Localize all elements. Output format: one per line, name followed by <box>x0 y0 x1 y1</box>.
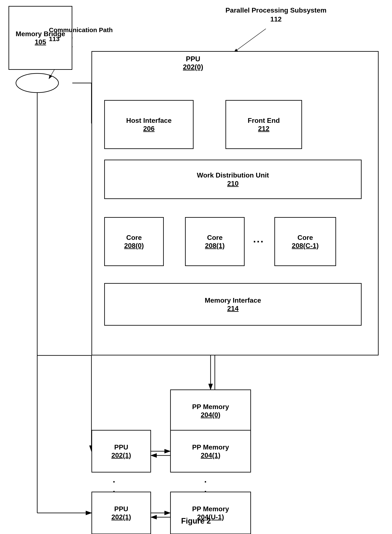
pp-mem0-title: PP Memory <box>192 403 229 411</box>
memory-bridge-id: 105 <box>35 38 46 46</box>
core1-id: 208(1) <box>205 241 225 250</box>
figure-caption: Figure 2 <box>0 516 392 525</box>
ppu0-label: PPU 202(0) <box>183 55 203 71</box>
mem-interface-id: 214 <box>227 304 238 312</box>
wdu-title: Work Distribution Unit <box>197 171 269 179</box>
ppu1-id: 202(1) <box>112 451 131 459</box>
ppu1-title: PPU <box>114 443 128 451</box>
diagram-container: Memory Bridge 105 Communication Path 113… <box>0 0 392 534</box>
coreC-id: 208(C-1) <box>292 241 319 250</box>
coreC-title: Core <box>298 233 313 241</box>
svg-line-11 <box>234 29 266 52</box>
comm-path-label: Communication Path 113 <box>49 26 113 43</box>
ppu1-box: PPU 202(1) <box>91 430 151 473</box>
front-end-title: Front End <box>247 116 280 124</box>
core0-box: Core 208(0) <box>104 217 164 266</box>
pps-label: Parallel Processing Subsystem 112 <box>225 6 327 24</box>
pp-mem1-id: 204(1) <box>201 451 221 459</box>
pp-memLast-title: PP Memory <box>192 505 229 513</box>
ppuLast-box: PPU 202(1) <box>91 492 151 534</box>
host-interface-box: Host Interface 206 <box>104 100 194 149</box>
pp-mem0-id: 204(0) <box>201 411 221 419</box>
pp-mem0-box: PP Memory 204(0) <box>170 389 251 432</box>
pp-mem1-box: PP Memory 204(1) <box>170 430 251 473</box>
host-interface-title: Host Interface <box>126 116 171 124</box>
host-interface-id: 206 <box>143 124 154 132</box>
mem-interface-title: Memory Interface <box>205 296 261 304</box>
front-end-box: Front End 212 <box>225 100 302 149</box>
wdu-box: Work Distribution Unit 210 <box>104 160 362 199</box>
core1-box: Core 208(1) <box>185 217 245 266</box>
svg-point-2 <box>16 73 59 93</box>
pp-memLast-box: PP Memory 204(U-1) <box>170 492 251 534</box>
pp-mem1-title: PP Memory <box>192 443 229 451</box>
core0-id: 208(0) <box>124 241 144 250</box>
core0-title: Core <box>126 233 142 241</box>
core1-title: Core <box>207 233 223 241</box>
core-dots: ... <box>253 233 264 245</box>
mem-interface-box: Memory Interface 214 <box>104 283 362 326</box>
ppuLast-title: PPU <box>114 505 128 513</box>
front-end-id: 212 <box>258 124 269 132</box>
coreC-box: Core 208(C-1) <box>274 217 336 266</box>
wdu-id: 210 <box>227 180 238 188</box>
